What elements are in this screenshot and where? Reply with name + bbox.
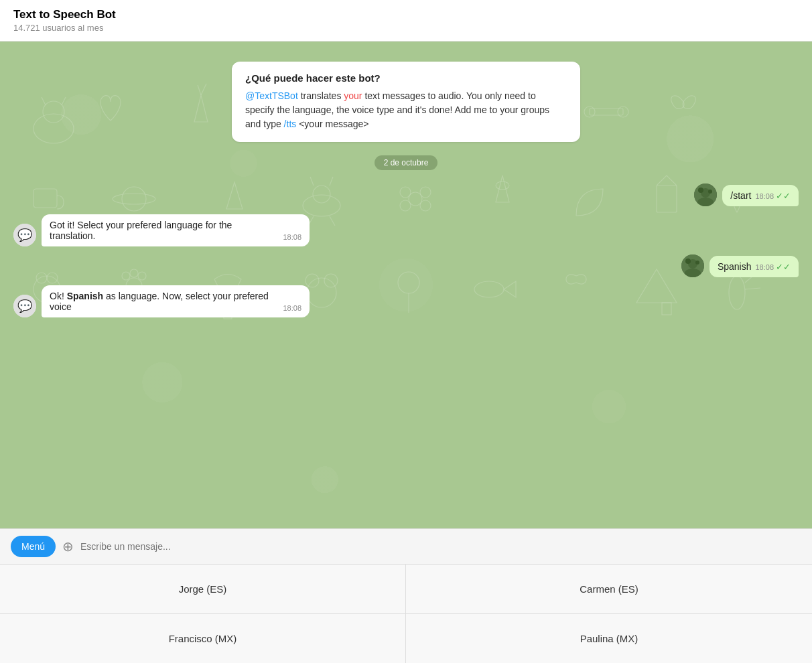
info-card: ¿Qué puede hacer este bot? @TextTSBot tr… xyxy=(232,62,580,142)
message-time: 18:08 xyxy=(755,192,774,200)
info-text-highlight: your xyxy=(344,90,362,101)
input-area: Menú ⊕ xyxy=(0,528,812,564)
voice-button-carmen-es[interactable]: Carmen (ES) xyxy=(406,565,812,614)
voice-button-jorge-es[interactable]: Jorge (ES) xyxy=(0,565,406,614)
bot-avatar: 💬 xyxy=(13,224,36,246)
message-row: /start 18:08 ✓✓ xyxy=(13,183,799,206)
attach-icon[interactable]: ⊕ xyxy=(62,538,74,555)
bot-mention: @TextTSBot xyxy=(245,90,298,101)
message-meta: 18:08 xyxy=(283,304,301,312)
message-input[interactable] xyxy=(80,541,801,552)
read-checkmark: ✓✓ xyxy=(776,262,791,272)
voice-button-francisco-mx[interactable]: Francisco (MX) xyxy=(0,614,406,663)
bot-subtitle: 14.721 usuarios al mes xyxy=(13,23,799,33)
info-text-1: translates xyxy=(301,90,344,101)
bot-avatar: 💬 xyxy=(13,295,36,317)
message-row: Spanish 18:08 ✓✓ xyxy=(13,254,799,277)
date-separator: 2 de octubre xyxy=(13,155,799,170)
voice-selection-grid: Jorge (ES) Carmen (ES) Francisco (MX) Pa… xyxy=(0,564,812,663)
bot-avatar-image: 💬 xyxy=(13,224,36,246)
avatar-image xyxy=(694,183,717,206)
info-card-title: ¿Qué puede hacer este bot? xyxy=(245,72,567,84)
message-bubble: Spanish 18:08 ✓✓ xyxy=(709,256,799,277)
chat-messages-container: ¿Qué puede hacer este bot? @TextTSBot tr… xyxy=(0,42,812,528)
message-meta: 18:08 ✓✓ xyxy=(755,262,791,272)
message-row: 💬 Got it! Select your prefered language … xyxy=(13,214,799,246)
message-bubble: Got it! Select your prefered language fo… xyxy=(42,214,310,246)
user-avatar xyxy=(694,183,717,206)
user-avatar xyxy=(681,254,704,277)
message-time: 18:08 xyxy=(283,304,301,312)
svg-point-60 xyxy=(685,259,691,264)
svg-point-54 xyxy=(708,190,712,194)
avatar-image xyxy=(681,254,704,277)
svg-text:💬: 💬 xyxy=(17,228,33,242)
message-bubble: /start 18:08 ✓✓ xyxy=(722,185,799,206)
message-bubble: Ok! Spanish as language. Now, select you… xyxy=(42,285,310,317)
bot-avatar-image: 💬 xyxy=(13,295,36,317)
message-text: Spanish xyxy=(718,261,752,272)
svg-point-61 xyxy=(695,261,699,265)
message-time: 18:08 xyxy=(283,233,301,241)
message-time: 18:08 xyxy=(755,263,774,271)
info-text-3: <your message> xyxy=(299,119,368,129)
svg-point-53 xyxy=(698,188,703,193)
info-card-body: @TextTSBot translates your text messages… xyxy=(245,89,567,131)
bot-name: Text to Speech Bot xyxy=(13,8,799,21)
read-checkmark: ✓✓ xyxy=(776,191,791,201)
message-meta: 18:08 xyxy=(283,233,301,241)
tts-command: /tts xyxy=(284,119,297,129)
voice-button-paulina-mx[interactable]: Paulina (MX) xyxy=(406,614,812,663)
svg-text:💬: 💬 xyxy=(17,299,33,313)
chat-area: ¿Qué puede hacer este bot? @TextTSBot tr… xyxy=(0,42,812,528)
message-text: /start xyxy=(730,190,751,201)
message-text: Ok! Spanish as language. Now, select you… xyxy=(50,291,279,312)
message-text: Got it! Select your prefered language fo… xyxy=(50,220,279,241)
chat-header: Text to Speech Bot 14.721 usuarios al me… xyxy=(0,0,812,42)
menu-button[interactable]: Menú xyxy=(11,536,56,557)
message-meta: 18:08 ✓✓ xyxy=(755,191,791,201)
date-badge: 2 de octubre xyxy=(375,155,438,170)
message-row: 💬 Ok! Spanish as language. Now, select y… xyxy=(13,285,799,317)
